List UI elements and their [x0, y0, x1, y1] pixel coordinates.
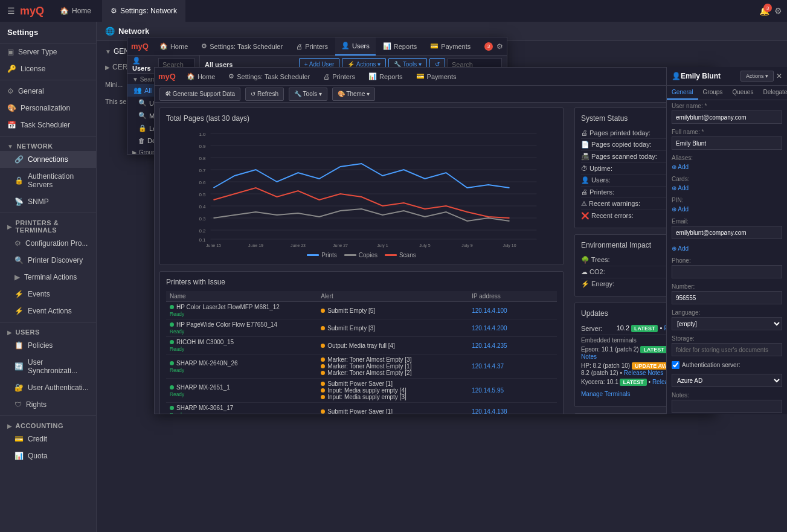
sidebar-item-credit[interactable]: 💳 Credit — [0, 431, 96, 447]
settings-button[interactable]: ⚙ — [774, 6, 782, 16]
inner-tab-reports[interactable]: 📊 Reports — [377, 37, 423, 56]
prints-label: Prints — [321, 252, 337, 258]
top-right-controls: 🔔 3 ⚙ — [759, 6, 782, 16]
emily-tab-general[interactable]: General — [667, 86, 698, 100]
aliases-add-link[interactable]: ⊕ Add — [672, 164, 689, 170]
refresh-btn[interactable]: ↺ Refresh — [245, 88, 284, 101]
close-emily-btn[interactable]: ✕ — [776, 72, 782, 80]
auth-server-select[interactable]: Azure AD — [672, 374, 782, 387]
status-label: 🖨 Printers: — [581, 188, 614, 196]
table-row[interactable]: SHARP MX-3061_17 Ready Submitt Power Sav… — [166, 403, 557, 414]
sidebar-item-terminal-actions[interactable]: ▶ Terminal Actions — [0, 269, 96, 286]
inner-gear[interactable]: ⚙ — [496, 42, 503, 51]
main-layout: Settings ▣ Server Type 🔑 License ⚙ Gener… — [0, 22, 787, 532]
status-dot-green — [170, 385, 174, 389]
dashboard-tab-reports[interactable]: 📊 Reports — [362, 68, 409, 86]
ip-link[interactable]: 120.14.4.138 — [472, 408, 507, 414]
cards-add-link[interactable]: ⊕ Add — [672, 185, 689, 191]
sidebar-item-server-type[interactable]: ▣ Server Type — [0, 43, 96, 60]
emily-actions-btn[interactable]: Actions ▾ — [740, 71, 774, 82]
storage-input[interactable] — [672, 343, 782, 356]
sidebar-item-license[interactable]: 🔑 License — [0, 60, 96, 77]
sidebar-item-connections[interactable]: 🔗 Connections — [0, 151, 96, 168]
user-sync-icon: 🔄 — [14, 362, 24, 371]
ip-link[interactable]: 120.14.4.37 — [472, 363, 504, 370]
pin-add-link[interactable]: ⊕ Add — [672, 206, 689, 213]
tools-btn[interactable]: 🔧 Tools ▾ — [289, 88, 327, 101]
sidebar-item-user-auth[interactable]: 🔐 User Authenticati... — [0, 379, 96, 396]
dashboard-tab-settings[interactable]: ⚙ Settings: Task Scheduler — [222, 68, 316, 86]
inner-tab-payments[interactable]: 💳 Payments — [424, 37, 477, 56]
notifications-button[interactable]: 🔔 3 — [759, 6, 769, 16]
email2-add-link[interactable]: ⊕ Add — [672, 245, 689, 252]
number-input[interactable] — [672, 291, 782, 304]
printer-status: Ready — [170, 346, 184, 352]
sidebar-item-rights[interactable]: 🛡 Rights — [0, 396, 96, 413]
username-input[interactable] — [672, 111, 782, 124]
ip-link[interactable]: 120.14.4.200 — [472, 325, 507, 332]
sidebar-item-config-pro[interactable]: ⚙ Configuration Pro... — [0, 235, 96, 252]
col-alert[interactable]: Alert — [317, 291, 468, 302]
table-row[interactable]: RICOH IM C3000_15 Ready Output: Media tr… — [166, 337, 557, 354]
printer-status: Ready — [170, 311, 184, 317]
username-label: User name: * — [672, 103, 782, 109]
sidebar-item-policies[interactable]: 📋 Policies — [0, 337, 96, 354]
sidebar-item-label: Policies — [28, 341, 53, 350]
table-row[interactable]: HP PageWide Color Flow E77650_14 Ready S… — [166, 319, 557, 337]
sidebar-section-network[interactable]: ▼ Network — [0, 139, 96, 151]
svg-text:July 10: July 10 — [503, 243, 516, 248]
fullname-label: Full name: * — [672, 129, 782, 135]
inner-tab-printers[interactable]: 🖨 Printers — [290, 37, 334, 56]
ip-link[interactable]: 120.14.4.100 — [472, 307, 507, 314]
inner-tab-home[interactable]: 🏠 Home — [153, 37, 194, 56]
dashboard-tab-printers[interactable]: 🖨 Printers — [317, 68, 361, 86]
sidebar-item-personalization[interactable]: 🎨 Personalization — [0, 100, 96, 117]
sidebar-item-auth-servers[interactable]: 🔒 Authentication Servers — [0, 168, 96, 193]
sidebar-section-users[interactable]: ▶ Users — [0, 325, 96, 337]
inner-tab-users[interactable]: 👤 Users — [335, 37, 376, 56]
sidebar-item-quota[interactable]: 📊 Quota — [0, 447, 96, 464]
hamburger-menu[interactable]: ☰ — [5, 4, 18, 18]
auth-servers-icon: 🔒 — [14, 176, 24, 185]
sidebar-item-events[interactable]: ⚡ Events — [0, 286, 96, 303]
emily-tab-groups[interactable]: Groups — [698, 86, 728, 100]
col-ip[interactable]: IP address — [468, 291, 557, 302]
alert-dot — [321, 309, 325, 313]
email-input[interactable] — [672, 226, 782, 239]
sidebar-section-accounting[interactable]: ▶ Accounting — [0, 418, 96, 431]
emily-tab-queues[interactable]: Queues — [727, 86, 758, 100]
phone-input[interactable] — [672, 265, 782, 278]
manage-terminals-link[interactable]: Manage Terminals — [581, 391, 631, 397]
ip-link[interactable]: 120.14.5.95 — [472, 387, 504, 394]
sidebar-item-event-actions[interactable]: ⚡ Event Actions — [0, 303, 96, 319]
generate-support-btn[interactable]: 🛠 Generate Support Data — [159, 88, 240, 101]
table-row[interactable]: HP Color LaserJet FlowMFP M681_12 Ready … — [166, 302, 557, 319]
auth-server-checkbox[interactable] — [672, 361, 679, 369]
dashboard-tab-home[interactable]: 🏠 Home — [181, 68, 221, 86]
sidebar-item-user-sync[interactable]: 🔄 User Synchronizati... — [0, 354, 96, 379]
alert-dot — [321, 357, 325, 362]
notes-input[interactable] — [672, 400, 782, 413]
ip-link[interactable]: 120.14.4.235 — [472, 342, 507, 349]
language-select[interactable]: [empty] — [672, 317, 782, 330]
emily-tabs: General Groups Queues Delegates — [667, 86, 787, 100]
status-label: 📄 Pages copied today: — [581, 141, 652, 149]
sidebar-section-printers[interactable]: ▶ Printers & Terminals — [0, 216, 96, 235]
tab-settings-network[interactable]: ⚙ Settings: Network — [102, 0, 185, 22]
sidebar-item-task-scheduler[interactable]: 📅 Task Scheduler — [0, 117, 96, 133]
inner-tab-settings[interactable]: ⚙ Settings: Task Scheduler — [195, 37, 289, 56]
status-label: 📠 Pages scanned today: — [581, 153, 657, 161]
table-row[interactable]: SHARP MX-2651_1 Ready Submitt Power Save… — [166, 379, 557, 403]
col-name[interactable]: Name — [166, 291, 317, 302]
fullname-input[interactable] — [672, 136, 782, 150]
emily-tab-delegates[interactable]: Delegates — [758, 86, 787, 100]
sidebar-item-snmp[interactable]: 📡 SNMP — [0, 193, 96, 210]
hp-release-link[interactable]: Release Notes — [624, 370, 664, 376]
dashboard-tab-payments[interactable]: 💳 Payments — [410, 68, 463, 86]
users-topbar: myQ 🏠 Home ⚙ Settings: Task Scheduler 🖨 … — [127, 37, 507, 56]
theme-btn[interactable]: 🎨 Theme ▾ — [332, 88, 376, 101]
table-row[interactable]: SHARP MX-2640N_26 Ready Marker: Toner Al… — [166, 354, 557, 379]
sidebar-item-printer-discovery[interactable]: 🔍 Printer Discovery — [0, 252, 96, 269]
sidebar-item-general[interactable]: ⚙ General — [0, 83, 96, 100]
tab-home[interactable]: 🏠 Home — [51, 0, 100, 22]
